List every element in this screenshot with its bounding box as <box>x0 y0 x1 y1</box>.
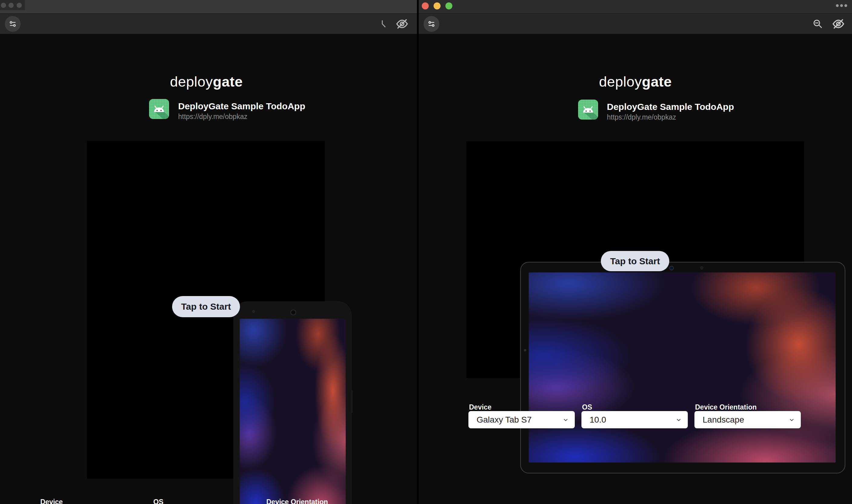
logo-deploy: deploy <box>170 74 213 90</box>
tablet-camera <box>669 266 674 270</box>
minimize-window-button[interactable] <box>8 3 14 8</box>
os-select[interactable]: 10.0 <box>581 411 688 428</box>
device-screen[interactable] <box>529 272 836 463</box>
app-title: DeployGate Sample TodoApp <box>607 102 734 112</box>
zoom-window-button[interactable] <box>17 3 22 8</box>
close-window-button[interactable] <box>422 2 429 10</box>
orientation-select-value: Landscape <box>702 415 744 425</box>
app-url: https://dply.me/obpkaz <box>607 113 676 121</box>
left-toolbar-icons <box>377 14 409 34</box>
zoom-window-button[interactable] <box>446 2 452 10</box>
device-select-value: Galaxy Tab S7 <box>476 415 532 425</box>
app-url: https://dply.me/obpkaz <box>178 113 247 121</box>
left-toolbar <box>0 13 417 34</box>
tune-icon <box>427 19 436 29</box>
eye-off-icon[interactable] <box>831 17 845 31</box>
tune-icon <box>8 19 17 29</box>
orientation-select-label: Device Orientation <box>695 403 757 411</box>
right-toolbar <box>419 13 852 34</box>
device-settings-button[interactable] <box>5 16 21 32</box>
phone-camera <box>290 309 296 316</box>
logo-gate: gate <box>642 74 672 90</box>
nexus5-device-frame <box>233 302 351 504</box>
orientation-select[interactable]: Landscape <box>694 411 801 428</box>
os-select-label: OS <box>153 498 163 504</box>
chevron-down-icon <box>789 417 795 423</box>
tablet-side-dot <box>524 349 526 352</box>
os-select-label: OS <box>582 403 592 411</box>
chevron-down-icon <box>676 417 682 423</box>
app-title: DeployGate Sample TodoApp <box>178 101 306 111</box>
device-select-label: Device <box>469 403 491 411</box>
phone-sensor-dot <box>252 310 255 313</box>
right-pane-content: deploygate DeployGate Sample TodoApp htt… <box>419 34 852 504</box>
tablet-sensor-dot <box>700 266 703 270</box>
device-screen[interactable] <box>240 319 346 504</box>
desktop: { "brand": { "light": "deploy", "bold": … <box>0 0 852 504</box>
left-pane-content: deploygate DeployGate Sample TodoApp htt… <box>0 34 417 504</box>
tap-to-start-button[interactable]: Tap to Start <box>601 251 669 271</box>
os-select-value: 10.0 <box>590 415 606 425</box>
tap-to-start-button[interactable]: Tap to Start <box>172 296 240 317</box>
logo-gate: gate <box>213 74 243 90</box>
device-settings-button[interactable] <box>423 16 439 32</box>
close-window-button[interactable] <box>1 3 6 8</box>
right-window: deploygate DeployGate Sample TodoApp htt… <box>419 0 852 504</box>
left-window: deploygate DeployGate Sample TodoApp htt… <box>0 0 417 504</box>
device-select-label: Device <box>40 498 63 504</box>
chevron-down-icon <box>563 417 569 423</box>
left-window-titlebar <box>0 0 417 13</box>
minimize-window-button[interactable] <box>434 2 440 10</box>
zoom-out-icon[interactable] <box>812 18 823 30</box>
galaxy-tab-device-frame <box>520 262 845 473</box>
phone-power-button <box>351 390 353 413</box>
zoom-icon[interactable] <box>377 19 387 29</box>
device-select[interactable]: Galaxy Tab S7 <box>468 411 575 428</box>
right-toolbar-icons <box>812 14 845 34</box>
android-robot-icon <box>578 100 598 120</box>
orientation-select-label: Device Orientation <box>266 498 328 504</box>
right-window-titlebar <box>419 0 852 13</box>
eye-off-icon[interactable] <box>395 17 409 31</box>
deploygate-logo: deploygate <box>0 73 413 90</box>
ellipsis-icon[interactable] <box>836 4 847 7</box>
logo-deploy: deploy <box>599 74 642 90</box>
android-robot-icon <box>149 99 169 119</box>
deploygate-logo: deploygate <box>419 73 852 90</box>
